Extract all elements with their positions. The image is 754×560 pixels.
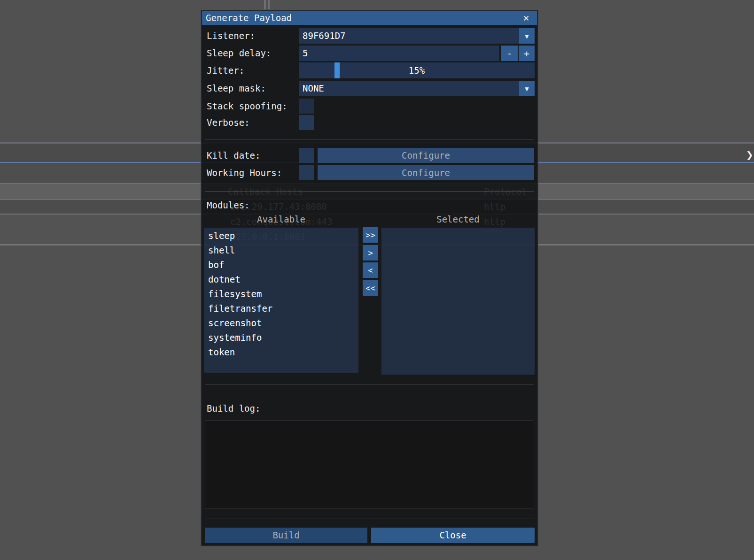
stack-spoofing-checkbox[interactable] [299, 99, 314, 114]
module-item-dotnet[interactable]: dotnet [204, 272, 358, 287]
chevron-down-icon: ▼ [525, 32, 529, 40]
module-item-bof[interactable]: bof [204, 258, 358, 272]
jitter-slider[interactable]: 15% [299, 62, 535, 78]
section-divider [205, 519, 534, 519]
scrollbar-tick [264, 0, 266, 9]
screen: Callback Hosts Protocol 172.29.177.43:80… [0, 0, 754, 560]
listener-dropdown-button[interactable]: ▼ [519, 28, 535, 44]
module-item-systeminfo[interactable]: systeminfo [204, 330, 358, 345]
section-divider [205, 384, 534, 384]
selected-list[interactable] [381, 228, 535, 375]
minus-icon: - [506, 48, 512, 59]
module-item-filetransfer[interactable]: filetransfer [204, 301, 358, 316]
stack-spoofing-label: Stack spoofing: [207, 99, 288, 114]
build-log-textarea[interactable] [205, 421, 533, 508]
working-hours-label: Working Hours: [207, 165, 282, 180]
close-icon[interactable]: ✕ [519, 11, 533, 25]
sleep-mask-value: NONE [299, 83, 324, 93]
module-item-filesystem[interactable]: filesystem [204, 287, 358, 301]
generate-payload-dialog: Generate Payload ✕ Listener: 89F691D7 ▼ … [201, 10, 538, 546]
expand-chevron-icon: ❯ [746, 149, 754, 161]
available-list[interactable]: sleep shell bof dotnet filesystem filetr… [204, 228, 358, 373]
listener-value: 89F691D7 [299, 31, 346, 41]
kill-date-checkbox[interactable] [299, 148, 314, 163]
jitter-value: 15% [299, 62, 535, 78]
sleep-mask-select[interactable]: NONE [299, 81, 535, 96]
dialog-title: Generate Payload [206, 11, 292, 25]
verbose-checkbox[interactable] [299, 115, 314, 130]
modules-label: Modules: [207, 198, 250, 212]
build-button[interactable]: Build [205, 528, 367, 543]
plus-icon: + [524, 48, 529, 59]
working-hours-configure-button[interactable]: Configure [318, 165, 534, 180]
selected-header: Selected [381, 212, 535, 226]
listener-select[interactable]: 89F691D7 [299, 28, 535, 44]
section-divider [205, 139, 534, 139]
kill-date-configure-button[interactable]: Configure [318, 148, 534, 163]
section-divider [205, 191, 534, 192]
dialog-titlebar[interactable]: Generate Payload ✕ [202, 11, 537, 25]
module-item-shell[interactable]: shell [204, 243, 358, 258]
sleep-mask-label: Sleep mask: [207, 81, 266, 96]
sleep-delay-input[interactable]: 5 [299, 46, 499, 61]
module-item-screenshot[interactable]: screenshot [204, 316, 358, 330]
scrollbar-tick [268, 0, 270, 9]
jitter-label: Jitter: [207, 62, 244, 78]
move-left-button[interactable]: < [363, 262, 378, 278]
sleep-delay-decrement-button[interactable]: - [501, 46, 518, 61]
module-item-sleep[interactable]: sleep [204, 229, 358, 243]
module-item-token[interactable]: token [204, 345, 358, 360]
sleep-delay-value: 5 [299, 48, 308, 58]
move-all-left-button[interactable]: << [363, 280, 378, 296]
build-log-label: Build log: [207, 401, 260, 415]
working-hours-checkbox[interactable] [299, 165, 314, 180]
close-button[interactable]: Close [371, 528, 535, 543]
chevron-down-icon: ▼ [525, 85, 529, 92]
verbose-label: Verbose: [207, 115, 250, 130]
sleep-delay-label: Sleep delay: [207, 46, 271, 61]
move-right-button[interactable]: > [363, 245, 378, 261]
available-header: Available [204, 212, 358, 226]
listener-label: Listener: [207, 28, 255, 44]
sleep-mask-dropdown-button[interactable]: ▼ [519, 81, 535, 96]
sleep-delay-increment-button[interactable]: + [519, 46, 535, 61]
kill-date-label: Kill date: [207, 148, 260, 163]
move-all-right-button[interactable]: >> [363, 227, 378, 243]
